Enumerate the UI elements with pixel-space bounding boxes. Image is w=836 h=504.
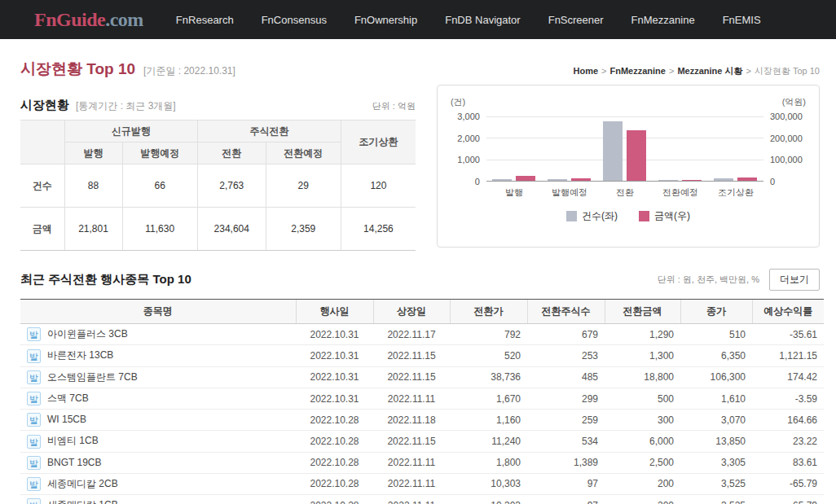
table-row: 발BNGT 19CB2022.10.282022.11.111,8001,389… (20, 452, 824, 473)
col-conversion-amount: 전환금액 (605, 300, 680, 324)
stock-name-link[interactable]: 비엠티 1CB (47, 435, 99, 446)
stock-name-cell: 발바른전자 13CB (20, 345, 296, 366)
stock-name-link[interactable]: 세종메디칼 2CB (47, 478, 118, 489)
right-axis-unit-label: (억원) (782, 96, 806, 108)
nav-item-fnownership[interactable]: FnOwnership (354, 14, 417, 26)
table-row: 발오스템임플란트 7CB2022.10.312022.11.1538,73648… (20, 366, 824, 388)
count-converted: 2,763 (197, 164, 266, 208)
issue-badge-icon: 발 (27, 392, 41, 405)
conversion-header-row: 종목명 행사일 상장일 전환가 전환주식수 전환금액 종가 예상수익률 (20, 300, 824, 324)
count-conversion-planned: 29 (266, 164, 341, 208)
bar-금액(우) (682, 180, 702, 181)
amount-converted: 234,604 (197, 208, 266, 251)
exercise-date-cell: 2022.10.28 (296, 452, 373, 473)
col-close-price: 종가 (680, 300, 752, 324)
nav-item-fnconsensus[interactable]: FnConsensus (262, 14, 327, 26)
col-group-early-redemption: 조기상환 (341, 121, 415, 164)
listing-date-cell: 2022.11.15 (373, 345, 450, 366)
close-price-cell: 3,525 (680, 473, 752, 494)
more-button[interactable]: 더보기 (769, 269, 820, 291)
expected-return-cell: -3.59 (752, 388, 824, 409)
table-row: 발WI 15CB2022.10.282022.11.181,1602593003… (20, 410, 824, 431)
stock-name-link[interactable]: BNGT 19CB (47, 456, 101, 467)
breadcrumb-separator: > (746, 66, 750, 76)
stock-name-link[interactable]: 스맥 7CB (47, 392, 89, 404)
exercise-date-cell: 2022.10.31 (296, 366, 373, 388)
issue-badge-icon: 발 (27, 456, 41, 470)
logo-suffix-text: .com (105, 9, 143, 30)
conversion-price-cell: 792 (450, 324, 527, 345)
bar-금액(우) (571, 178, 591, 181)
bar-건수(좌) (714, 178, 733, 181)
expected-return-cell: 83.61 (752, 452, 824, 473)
stock-name-link[interactable]: WI 15CB (47, 414, 86, 425)
x-axis-label: 조기상환 (708, 186, 763, 199)
breadcrumb-link[interactable]: Home (574, 66, 599, 76)
stock-name-link[interactable]: 오스템임플란트 7CB (47, 371, 138, 383)
legend-swatch-icon (639, 211, 649, 221)
expected-return-cell: -65.79 (752, 473, 824, 494)
conversion-amount-cell: 200 (605, 494, 680, 504)
market-summary-table: 신규발행 주식전환 조기상환 발행 발행예정 전환 전환예정 건수 88 (20, 120, 416, 251)
nav-item-fndb-navigator[interactable]: FnDB Navigator (445, 14, 520, 26)
conversion-price-cell: 1,800 (450, 452, 527, 473)
close-price-cell: 6,350 (680, 345, 752, 366)
breadcrumb-current: 시장현황 Top 10 (755, 66, 820, 76)
expected-return-cell: 164.66 (752, 410, 824, 431)
x-axis-label: 발행 (486, 186, 542, 199)
legend-item: 금액(우) (639, 209, 690, 223)
nav-item-fnmezzanine[interactable]: FnMezzanine (631, 14, 695, 26)
conversion-shares-cell: 97 (527, 473, 605, 494)
conversion-amount-cell: 200 (605, 473, 680, 494)
site-logo[interactable]: FnGuide.com (34, 9, 143, 31)
count-issued: 88 (64, 164, 122, 208)
exercise-date-cell: 2022.10.31 (296, 388, 373, 409)
conversion-shares-cell: 534 (527, 431, 605, 452)
axis-tick: 3,000 (451, 112, 486, 121)
nav-item-fnscreener[interactable]: FnScreener (548, 14, 604, 26)
col-issue-planned: 발행예정 (122, 142, 197, 164)
col-group-new-issue: 신규발행 (64, 121, 197, 142)
breadcrumb-link[interactable]: Mezzanine 시황 (677, 66, 742, 76)
right-axis-ticks: 300,000200,000100,0000 (763, 116, 806, 182)
conversion-shares-cell: 485 (527, 366, 605, 388)
amount-conversion-planned: 2,359 (266, 208, 341, 251)
market-chart-card: (건) (억원) 3,0002,0001,0000 300,000200,000… (437, 85, 820, 248)
nav-item-fnemis[interactable]: FnEMIS (723, 14, 761, 26)
col-conversion-shares: 전환주식수 (527, 300, 605, 324)
legend-label: 금액(우) (654, 209, 690, 223)
col-listing-date: 상장일 (373, 300, 450, 324)
stock-name-cell: 발BNGT 19CB (20, 452, 296, 473)
conversion-amount-cell: 500 (605, 388, 680, 409)
conversion-amount-cell: 18,800 (605, 366, 680, 388)
bar-group (653, 116, 708, 181)
listing-date-cell: 2022.11.11 (373, 494, 450, 504)
stock-name-cell: 발세종메디칼 1CB (20, 494, 296, 504)
close-price-cell: 3,305 (680, 452, 752, 473)
axis-tick: 0 (763, 177, 806, 186)
axis-tick: 2,000 (451, 134, 486, 143)
table-row: 발세종메디칼 1CB2022.10.282022.11.1110,3039720… (20, 494, 824, 504)
close-price-cell: 1,610 (680, 388, 752, 409)
bar-group (597, 116, 653, 181)
expected-return-cell: -65.79 (752, 494, 824, 504)
stock-name-link[interactable]: 세종메디칼 1CB (47, 499, 118, 504)
table-row: 발세종메디칼 2CB2022.10.282022.11.1110,3039720… (20, 473, 824, 494)
exercise-date-cell: 2022.10.28 (296, 410, 373, 431)
row-label-count: 건수 (20, 164, 64, 208)
stock-name-link[interactable]: 아이윈플러스 3CB (47, 328, 128, 340)
nav-item-fnresearch[interactable]: FnResearch (176, 14, 234, 26)
conversion-shares-cell: 253 (527, 345, 605, 366)
conversion-table-body: 발아이윈플러스 3CB2022.10.312022.11.177926791,2… (20, 324, 824, 504)
conversion-shares-cell: 1,389 (527, 452, 605, 473)
summary-unit-label: 단위 : 억원 (372, 100, 416, 112)
conversion-unit-label: 단위 : 원, 천주, 백만원, % (658, 274, 759, 286)
axis-tick: 0 (451, 177, 486, 186)
issue-badge-icon: 발 (27, 498, 41, 504)
expected-return-cell: 174.42 (752, 366, 824, 388)
breadcrumb-link[interactable]: FnMezzanine (610, 66, 666, 76)
conversion-amount-cell: 1,300 (605, 345, 680, 366)
bar-group (486, 116, 542, 181)
stock-name-link[interactable]: 바른전자 13CB (47, 349, 113, 361)
axis-tick: 100,000 (763, 155, 806, 164)
